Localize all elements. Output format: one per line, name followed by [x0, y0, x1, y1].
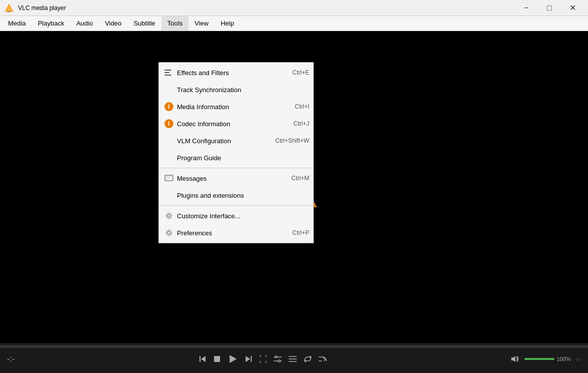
effects-filters-label: Effects and Filters — [177, 69, 284, 77]
controls-right: 100% -:- — [507, 353, 584, 365]
svg-marker-17 — [230, 355, 237, 363]
svg-rect-18 — [251, 356, 252, 362]
menu-customize[interactable]: Customize Interface... — [159, 207, 313, 224]
menu-playback[interactable]: Playback — [32, 16, 70, 31]
plugins-label: Plugins and extensions — [177, 192, 301, 199]
fullscreen-button[interactable] — [257, 353, 270, 364]
media-info-shortcut: Ctrl+I — [295, 103, 309, 110]
svg-point-21 — [275, 356, 277, 358]
extended-settings-button[interactable] — [271, 353, 285, 364]
minimize-button[interactable]: − — [515, 0, 538, 16]
menu-view[interactable]: View — [188, 16, 215, 31]
customize-icon — [163, 210, 175, 222]
preferences-shortcut: Ctrl+P — [292, 229, 309, 236]
window-controls: − □ ✕ — [515, 0, 584, 16]
menu-video[interactable]: Video — [99, 16, 127, 31]
menu-subtitle[interactable]: Subtitle — [127, 16, 161, 31]
track-sync-label: Track Synchronization — [177, 86, 301, 94]
menu-program-guide[interactable]: Program Guide — [159, 149, 313, 166]
media-info-icon: i — [163, 101, 175, 113]
maximize-button[interactable]: □ — [538, 0, 561, 16]
playlist-button[interactable] — [286, 353, 300, 364]
app-icon — [4, 3, 14, 13]
menu-track-sync[interactable]: Track Synchronization — [159, 81, 313, 98]
volume-percentage: 100% — [556, 356, 570, 362]
time-remaining: -:- — [573, 354, 584, 364]
svg-point-13 — [167, 231, 170, 234]
volume-icon[interactable] — [507, 353, 522, 365]
messages-shortcut: Ctrl+M — [291, 175, 309, 182]
menu-media[interactable]: Media — [2, 16, 32, 31]
svg-marker-15 — [201, 356, 206, 362]
vlm-config-label: VLM Configuration — [177, 137, 267, 145]
tools-dropdown-menu: Effects and Filters Ctrl+E Track Synchro… — [158, 62, 314, 243]
program-guide-label: Program Guide — [177, 154, 301, 162]
vlm-config-shortcut: Ctrl+Shift+W — [275, 137, 309, 144]
svg-marker-32 — [511, 356, 515, 362]
window-title: VLC media player — [18, 5, 515, 12]
messages-label: Messages — [177, 175, 283, 182]
vlm-config-icon — [163, 135, 175, 147]
volume-slider[interactable] — [524, 358, 554, 360]
codec-info-icon: i — [163, 118, 175, 130]
messages-icon — [163, 172, 175, 184]
preferences-icon — [163, 227, 175, 239]
play-button[interactable] — [225, 352, 241, 366]
svg-rect-14 — [200, 356, 201, 362]
media-info-label: Media Information — [177, 103, 287, 111]
control-bar: -:- — [0, 343, 588, 373]
menu-preferences[interactable]: Preferences Ctrl+P — [159, 224, 313, 241]
shuffle-button[interactable] — [316, 353, 330, 364]
program-guide-icon — [163, 152, 175, 164]
menu-messages[interactable]: Messages Ctrl+M — [159, 170, 313, 187]
menu-plugins[interactable]: Plugins and extensions — [159, 187, 313, 204]
svg-rect-2 — [8, 12, 11, 13]
menu-media-info[interactable]: i Media Information Ctrl+I — [159, 98, 313, 115]
menu-help[interactable]: Help — [215, 16, 240, 31]
menu-vlm-config[interactable]: VLM Configuration Ctrl+Shift+W — [159, 132, 313, 149]
track-sync-icon — [163, 84, 175, 96]
svg-point-12 — [167, 214, 170, 217]
separator-2 — [159, 205, 313, 206]
codec-info-shortcut: Ctrl+J — [293, 120, 309, 127]
menu-effects-filters[interactable]: Effects and Filters Ctrl+E — [159, 64, 313, 81]
loop-button[interactable] — [301, 353, 315, 364]
stop-button[interactable] — [211, 353, 224, 364]
next-button[interactable] — [242, 353, 256, 365]
preferences-label: Preferences — [177, 229, 284, 237]
menubar: Media Playback Audio Video Subtitle Tool… — [0, 16, 588, 31]
seek-bar[interactable] — [0, 345, 588, 348]
effects-filters-shortcut: Ctrl+E — [292, 69, 309, 76]
svg-marker-19 — [246, 356, 250, 362]
menu-tools[interactable]: Tools — [161, 16, 188, 31]
separator-1 — [159, 168, 313, 168]
codec-info-label: Codec Information — [177, 120, 285, 128]
svg-point-23 — [278, 360, 280, 362]
sliders-icon — [163, 67, 175, 79]
menu-codec-info[interactable]: i Codec Information Ctrl+J — [159, 115, 313, 132]
controls-center — [195, 352, 330, 366]
customize-label: Customize Interface... — [177, 212, 301, 220]
volume-area: 100% — [507, 353, 570, 365]
titlebar: VLC media player − □ ✕ — [0, 0, 588, 16]
controls-row: -:- — [0, 349, 588, 369]
close-button[interactable]: ✕ — [561, 0, 584, 16]
menu-audio[interactable]: Audio — [70, 16, 99, 31]
video-area: Effects and Filters Ctrl+E Track Synchro… — [0, 31, 588, 343]
volume-fill — [524, 358, 554, 360]
svg-rect-16 — [214, 356, 220, 362]
previous-button[interactable] — [195, 353, 210, 365]
controls-left: -:- — [4, 352, 18, 365]
plugins-icon — [163, 189, 175, 201]
time-elapsed: -:- — [4, 352, 18, 365]
